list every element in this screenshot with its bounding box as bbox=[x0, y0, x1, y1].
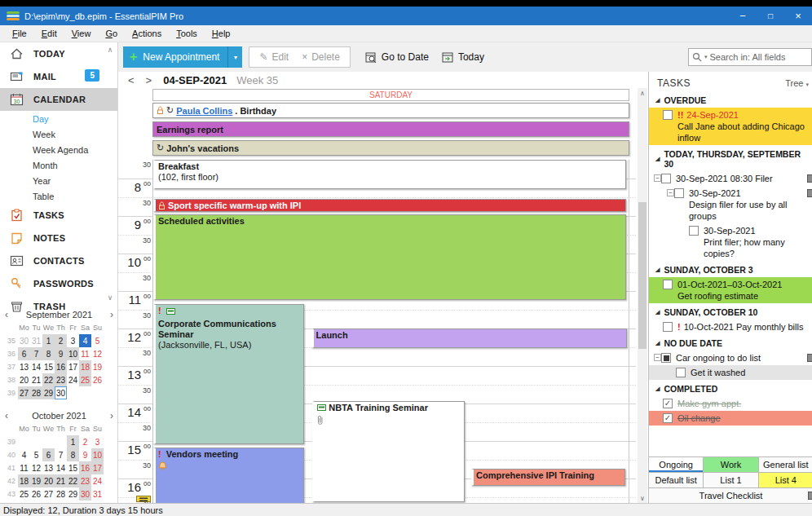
task-checkbox[interactable] bbox=[689, 226, 699, 236]
prev-day-button[interactable]: < bbox=[125, 74, 138, 86]
task-row[interactable]: 01-Oct-2021–03-Oct-2021Get roofing estim… bbox=[649, 277, 812, 303]
sidebar-subitem-year[interactable]: Year bbox=[0, 173, 117, 188]
mini-calendar-day[interactable]: 25 bbox=[79, 373, 91, 386]
mini-calendar-day[interactable]: 1 bbox=[42, 334, 55, 347]
sidebar-item-notes[interactable]: NOTES bbox=[0, 227, 117, 249]
mini-calendar-day[interactable]: 5 bbox=[30, 448, 42, 461]
event-comprehensive-ipi-training[interactable]: Comprehensive IPI Training bbox=[471, 469, 625, 486]
tab-travel-checklist[interactable]: Travel Checklist bbox=[649, 488, 812, 503]
mini-calendar-day[interactable]: 21 bbox=[55, 474, 67, 487]
task-row[interactable]: −Car ongoing to do list bbox=[649, 351, 812, 365]
mini-calendar-day[interactable]: 27 bbox=[18, 386, 30, 399]
task-group-sunday-october-3[interactable]: ◢SUNDAY, OCTOBER 3 bbox=[649, 261, 812, 277]
mini-calendar-day[interactable]: 14 bbox=[30, 360, 42, 373]
prev-month-arrow[interactable]: ‹ bbox=[5, 309, 13, 320]
mini-calendar-day[interactable]: 27 bbox=[42, 487, 55, 501]
mini-calendar-day[interactable]: 9 bbox=[55, 347, 67, 360]
next-month-arrow[interactable]: › bbox=[105, 410, 113, 421]
mini-calendar-day[interactable]: 31 bbox=[30, 334, 42, 347]
sidebar-item-tasks[interactable]: TASKS bbox=[0, 204, 117, 227]
mini-calendar-day[interactable]: 3 bbox=[91, 435, 104, 448]
mini-calendar-day[interactable]: 22 bbox=[42, 373, 55, 386]
mini-calendar-day[interactable]: 12 bbox=[91, 347, 104, 360]
mini-calendar-day[interactable]: 15 bbox=[67, 461, 79, 474]
event-scheduled-activities[interactable]: Scheduled activities bbox=[153, 214, 626, 301]
task-row[interactable]: !!24-Sep-2021Call Jane about adding Chic… bbox=[649, 108, 812, 145]
mini-calendar-day[interactable]: 4 bbox=[79, 334, 91, 347]
tasks-view-selector[interactable]: Tree ▾ bbox=[785, 78, 809, 88]
new-appointment-dropdown[interactable]: ▾ bbox=[227, 46, 242, 68]
mini-calendar-day[interactable]: 6 bbox=[18, 347, 30, 360]
more-events-indicator[interactable]: ▬▬▬▬ bbox=[136, 496, 151, 502]
mini-calendar-day[interactable]: 2 bbox=[55, 334, 67, 347]
mini-calendar-day[interactable]: 30 bbox=[55, 386, 67, 399]
mini-calendar-day[interactable]: 21 bbox=[30, 373, 42, 386]
mini-calendar-day[interactable]: 29 bbox=[67, 487, 79, 501]
task-checkbox[interactable] bbox=[661, 353, 671, 363]
task-row[interactable]: −30-Sep-2021 08:30 Filer bbox=[649, 171, 812, 186]
event-nbta-training-seminar[interactable]: NBTA Training Seminar bbox=[312, 401, 465, 502]
mini-calendar-day[interactable]: 24 bbox=[67, 373, 79, 386]
search-scope-dropdown[interactable]: ▾ bbox=[704, 54, 708, 60]
tree-expander[interactable]: − bbox=[654, 354, 661, 361]
menu-tools[interactable]: Tools bbox=[169, 26, 205, 41]
mini-calendar-day[interactable]: 5 bbox=[91, 334, 104, 347]
task-group-overdue[interactable]: ◢OVERDUE bbox=[649, 91, 812, 108]
task-checkbox[interactable] bbox=[663, 280, 673, 289]
mini-calendar-day[interactable]: 23 bbox=[79, 474, 91, 487]
calendar-scrollbar[interactable]: ∧ ∨ bbox=[638, 88, 647, 503]
mini-calendar-day[interactable]: 13 bbox=[42, 461, 55, 474]
today-button[interactable]: Today bbox=[435, 46, 491, 68]
task-row[interactable]: ✓Oil change bbox=[649, 411, 812, 426]
maximize-button[interactable]: □ bbox=[757, 7, 784, 25]
task-row[interactable]: Get it washed bbox=[649, 365, 812, 380]
tab-list-4[interactable]: List 4 bbox=[759, 473, 812, 487]
close-button[interactable]: × bbox=[784, 7, 812, 25]
tab-list-1[interactable]: List 1 bbox=[704, 473, 758, 487]
allday-event-johns-vacations[interactable]: ↻John's vacations bbox=[152, 140, 629, 156]
mini-calendar-day[interactable]: 4 bbox=[18, 448, 30, 461]
mini-calendar-day[interactable]: 11 bbox=[79, 347, 91, 360]
mini-calendar-day[interactable]: 29 bbox=[42, 386, 55, 399]
task-checkbox[interactable]: ✓ bbox=[663, 399, 673, 408]
event-corporate-communications-seminar[interactable]: !Corporate Communications Seminar(Jackso… bbox=[153, 304, 304, 444]
mini-calendar-day[interactable]: 15 bbox=[42, 360, 55, 373]
mini-calendar-day[interactable]: 24 bbox=[91, 474, 104, 487]
sidebar-item-today[interactable]: TODAY bbox=[0, 42, 117, 65]
event-launch[interactable]: Launch bbox=[311, 329, 628, 348]
mini-calendar-day[interactable]: 14 bbox=[55, 461, 67, 474]
scrollbar-thumb[interactable] bbox=[638, 202, 647, 349]
mini-calendar-day[interactable]: 26 bbox=[30, 487, 42, 501]
sidebar-item-passwords[interactable]: PASSWORDS bbox=[0, 272, 117, 295]
mini-calendar-day[interactable]: 9 bbox=[79, 448, 91, 461]
goto-date-button[interactable]: Go to Date bbox=[359, 46, 435, 68]
menu-edit[interactable]: Edit bbox=[34, 26, 64, 41]
mini-calendar-day[interactable]: 18 bbox=[79, 360, 91, 373]
mini-calendar-day[interactable]: 8 bbox=[42, 347, 55, 360]
task-checkbox[interactable] bbox=[676, 368, 686, 377]
task-row[interactable]: 30-Sep-2021Print filer; how many copies? bbox=[649, 223, 812, 261]
mini-calendar-day[interactable]: 26 bbox=[91, 373, 104, 386]
menu-help[interactable]: Help bbox=[205, 26, 238, 41]
sidebar-subitem-week-agenda[interactable]: Week Agenda bbox=[0, 142, 117, 157]
sidebar-subitem-day[interactable]: Day bbox=[0, 111, 117, 126]
mini-calendar-day[interactable]: 17 bbox=[67, 360, 79, 373]
task-row[interactable]: !10-Oct-2021 Pay monthly bills bbox=[649, 320, 812, 334]
mini-calendar-day[interactable]: 6 bbox=[42, 448, 55, 461]
menu-go[interactable]: Go bbox=[98, 26, 125, 41]
menu-actions[interactable]: Actions bbox=[125, 26, 169, 41]
mini-calendar-day[interactable]: 13 bbox=[18, 360, 30, 373]
task-group-completed[interactable]: ◢COMPLETED bbox=[649, 380, 812, 396]
mini-calendar-day[interactable]: 28 bbox=[55, 487, 67, 501]
new-appointment-button[interactable]: + New Appointment ▾ bbox=[123, 46, 242, 68]
mini-calendar-day[interactable]: 28 bbox=[30, 386, 42, 399]
mini-calendar-day[interactable]: 1 bbox=[67, 435, 79, 448]
menu-view[interactable]: View bbox=[64, 26, 99, 41]
mini-calendar-day[interactable]: 10 bbox=[67, 347, 79, 360]
event-sport-warmup[interactable]: Sport specific warm-up with IPI bbox=[153, 199, 626, 212]
mini-calendar-day[interactable]: 30 bbox=[18, 334, 30, 347]
task-checkbox[interactable]: ✓ bbox=[663, 413, 673, 423]
mini-calendar-day[interactable]: 23 bbox=[55, 373, 67, 386]
sidebar-subitem-table[interactable]: Table bbox=[0, 188, 117, 204]
mini-calendar-day[interactable]: 7 bbox=[55, 448, 67, 461]
